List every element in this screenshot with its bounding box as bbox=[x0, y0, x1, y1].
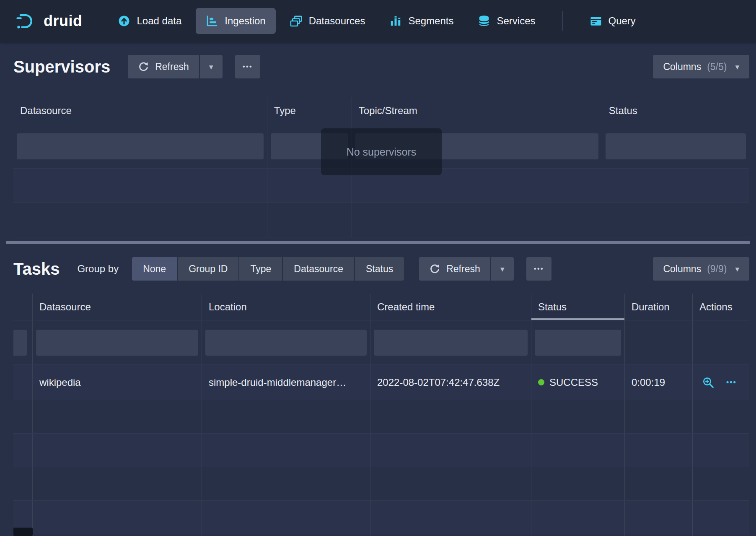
status-text: SUCCESS bbox=[549, 377, 598, 388]
chevron-down-icon: ▾ bbox=[735, 63, 739, 71]
group-by-group-id-button[interactable]: Group ID bbox=[178, 257, 238, 281]
nav-label: Segments bbox=[408, 15, 453, 27]
tasks-columns-button[interactable]: Columns (9/9) ▾ bbox=[653, 257, 749, 281]
empty-cell bbox=[370, 534, 531, 536]
empty-cell bbox=[33, 501, 202, 534]
tasks-title: Tasks bbox=[13, 260, 60, 278]
task-detail-button[interactable] bbox=[702, 376, 715, 389]
empty-cell bbox=[531, 400, 625, 433]
empty-cell bbox=[13, 365, 33, 400]
nav-query[interactable]: Query bbox=[580, 8, 646, 34]
nav-label: Ingestion bbox=[225, 15, 265, 27]
empty-cell bbox=[202, 400, 370, 433]
group-by-status-button[interactable]: Status bbox=[355, 257, 404, 281]
empty-cell bbox=[370, 501, 531, 534]
status-filter-input[interactable] bbox=[606, 133, 746, 159]
empty-cell bbox=[693, 400, 749, 433]
group-by-datasource-button[interactable]: Datasource bbox=[283, 257, 354, 281]
supervisors-refresh-button[interactable]: Refresh bbox=[128, 55, 199, 78]
empty-cell bbox=[531, 534, 625, 536]
more-icon: ••• bbox=[726, 378, 737, 387]
upload-icon bbox=[118, 15, 130, 27]
tasks-more-button[interactable]: ••• bbox=[526, 257, 551, 281]
datasources-icon bbox=[290, 15, 303, 27]
magnifier-plus-icon bbox=[702, 376, 715, 389]
group-by-type-button[interactable]: Type bbox=[239, 257, 282, 281]
nav-load-data[interactable]: Load data bbox=[108, 8, 192, 34]
table-row bbox=[13, 400, 749, 434]
filter-cell bbox=[33, 320, 202, 364]
navbar-divider bbox=[562, 11, 563, 31]
nav-label: Query bbox=[608, 15, 636, 27]
column-header-type[interactable]: Type bbox=[267, 97, 352, 124]
column-header-topic-stream[interactable]: Topic/Stream bbox=[352, 97, 602, 124]
datasource-filter-input[interactable] bbox=[36, 330, 198, 356]
supervisors-header-row: Datasource Type Topic/Stream Status bbox=[13, 97, 749, 124]
tasks-refresh-caret-button[interactable]: ▾ bbox=[491, 257, 514, 281]
empty-cell bbox=[13, 169, 267, 203]
status-filter-input[interactable] bbox=[535, 330, 621, 356]
tasks-refresh-group: Refresh ▾ bbox=[419, 257, 514, 281]
empty-cell bbox=[13, 467, 33, 500]
horizontal-scrollbar-thumb[interactable] bbox=[13, 528, 33, 536]
refresh-icon bbox=[429, 263, 440, 275]
empty-cell bbox=[625, 434, 693, 467]
task-actions-menu-button[interactable]: ••• bbox=[726, 378, 737, 387]
clipped-filter-input[interactable] bbox=[13, 330, 27, 356]
brand[interactable]: druid bbox=[15, 12, 82, 30]
supervisors-refresh-caret-button[interactable]: ▾ bbox=[200, 55, 223, 78]
columns-count: (5/5) bbox=[707, 61, 727, 73]
nav-label: Datasources bbox=[309, 15, 365, 27]
column-header-actions[interactable]: Actions bbox=[693, 294, 749, 320]
column-header-datasource[interactable]: Datasource bbox=[13, 97, 267, 124]
supervisors-header: Supervisors Refresh ▾ ••• Columns (5/5) … bbox=[0, 53, 756, 81]
empty-cell bbox=[625, 467, 693, 500]
supervisors-columns-button[interactable]: Columns (5/5) ▾ bbox=[653, 55, 749, 78]
nav-services[interactable]: Services bbox=[468, 8, 545, 34]
navbar: druid Load data Ingestion bbox=[0, 0, 756, 42]
table-row bbox=[13, 534, 749, 536]
columns-label: Columns bbox=[663, 61, 701, 73]
query-icon bbox=[590, 15, 602, 27]
empty-cell bbox=[202, 534, 370, 536]
chevron-down-icon: ▾ bbox=[735, 265, 739, 273]
table-row bbox=[13, 203, 749, 237]
table-row bbox=[13, 467, 749, 501]
column-header-datasource[interactable]: Datasource bbox=[33, 294, 202, 320]
group-by-segmented-control: None Group ID Type Datasource Status bbox=[132, 257, 404, 281]
nav-datasources[interactable]: Datasources bbox=[280, 8, 375, 34]
table-row bbox=[13, 434, 749, 467]
datasource-filter-input[interactable] bbox=[17, 133, 264, 159]
segments-icon bbox=[389, 15, 402, 27]
column-header-status[interactable]: Status bbox=[531, 294, 625, 320]
section-splitter[interactable] bbox=[6, 241, 750, 244]
column-header-location[interactable]: Location bbox=[202, 294, 370, 320]
column-header-status-label: Status bbox=[538, 301, 567, 313]
refresh-icon bbox=[138, 61, 149, 73]
empty-cell bbox=[625, 320, 693, 364]
empty-cell bbox=[33, 434, 202, 467]
empty-cell bbox=[267, 203, 352, 237]
ingestion-icon bbox=[206, 15, 218, 27]
column-header-status[interactable]: Status bbox=[602, 97, 749, 124]
nav-segments[interactable]: Segments bbox=[379, 8, 463, 34]
druid-logo-icon bbox=[15, 13, 37, 29]
task-row-wikipedia[interactable]: wikipedia simple-druid-middlemanager… 20… bbox=[13, 365, 749, 400]
column-header-created-time[interactable]: Created time bbox=[370, 294, 531, 320]
empty-cell bbox=[352, 203, 602, 237]
task-created-time: 2022-08-02T07:42:47.638Z bbox=[370, 365, 531, 400]
group-by-none-button[interactable]: None bbox=[132, 257, 177, 281]
empty-cell bbox=[370, 467, 531, 500]
task-actions: ••• bbox=[693, 365, 749, 400]
empty-cell bbox=[13, 203, 267, 237]
supervisors-more-button[interactable]: ••• bbox=[235, 55, 260, 78]
tasks-refresh-button[interactable]: Refresh bbox=[419, 257, 490, 281]
location-filter-input[interactable] bbox=[205, 330, 367, 356]
supervisors-table: Datasource Type Topic/Stream Status No s… bbox=[13, 97, 749, 237]
empty-cell bbox=[531, 467, 625, 500]
nav-ingestion[interactable]: Ingestion bbox=[196, 8, 275, 34]
empty-cell bbox=[33, 400, 202, 433]
column-header-duration[interactable]: Duration bbox=[625, 294, 693, 320]
empty-cell bbox=[202, 467, 370, 500]
created-time-filter-input[interactable] bbox=[374, 330, 528, 356]
